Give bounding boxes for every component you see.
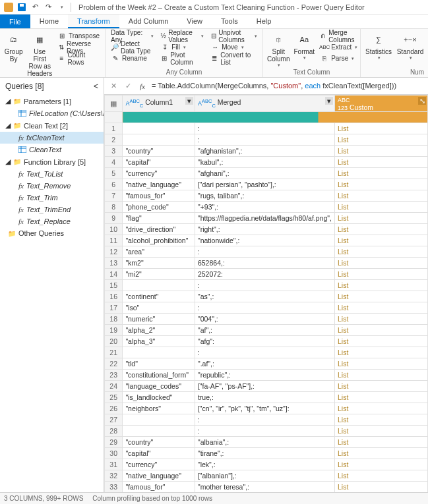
cell-column1[interactable]: "phone_code" bbox=[123, 202, 195, 213]
cell-merged[interactable]: ["cn", "ir", "pk", "tj", "tm", "uz"]: bbox=[195, 403, 334, 414]
table-row[interactable]: 31 "currency" "lek",: List bbox=[105, 459, 428, 470]
query-filelocation[interactable]: FileLocation (C:\Users\L... bbox=[0, 107, 104, 119]
rename-button[interactable]: ✎Rename bbox=[109, 53, 155, 64]
table-row[interactable]: 22 "tld" ".af",: List bbox=[105, 358, 428, 370]
cell-column1[interactable] bbox=[123, 414, 195, 426]
cell-merged[interactable]: : bbox=[195, 426, 334, 437]
table-row[interactable]: 4 "capital" "kabul",: List bbox=[105, 157, 428, 168]
cell-merged[interactable]: ["albanian"],: bbox=[195, 470, 334, 482]
cell-column1[interactable]: "alcohol_prohibition" bbox=[123, 235, 195, 246]
cell-custom[interactable]: List bbox=[334, 179, 427, 190]
table-row[interactable]: 5 "currency" "afghani",: List bbox=[105, 168, 428, 179]
formula-accept-icon[interactable]: ✓ bbox=[123, 81, 133, 92]
tab-view[interactable]: View bbox=[177, 14, 212, 28]
cell-merged[interactable]: true,: bbox=[195, 392, 334, 403]
table-row[interactable]: 20 "alpha_3" "afg": List bbox=[105, 336, 428, 347]
table-row[interactable]: 32 "native_language" ["albanian"],: List bbox=[105, 470, 428, 482]
split-column-button[interactable]: ⎅Split Column bbox=[267, 30, 290, 68]
convert-to-list-button[interactable]: ≣Convert to List bbox=[209, 53, 259, 64]
unpivot-columns-button[interactable]: ⊟Unpivot Columns bbox=[209, 30, 259, 42]
cell-custom[interactable]: List bbox=[334, 448, 427, 459]
cell-custom[interactable]: List bbox=[334, 291, 427, 302]
cell-column1[interactable]: "country" bbox=[123, 146, 195, 157]
cell-column1[interactable]: "capital" bbox=[123, 157, 195, 168]
cell-column1[interactable] bbox=[123, 134, 195, 146]
cell-merged[interactable]: "afghanistan",: bbox=[195, 146, 334, 157]
cell-custom[interactable]: List bbox=[334, 358, 427, 370]
cell-column1[interactable]: "numeric" bbox=[123, 314, 195, 325]
table-row[interactable]: 3 "country" "afghanistan",: List bbox=[105, 146, 428, 157]
cell-custom[interactable]: List bbox=[334, 470, 427, 482]
table-row[interactable]: 13 "km2" 652864,: List bbox=[105, 258, 428, 269]
cell-merged[interactable]: : bbox=[195, 347, 334, 358]
cell-merged[interactable]: "tirane",: bbox=[195, 448, 334, 459]
cell-merged[interactable]: : bbox=[195, 134, 334, 146]
query-text-tolist[interactable]: fxText_ToList bbox=[0, 168, 104, 180]
col-header-merged[interactable]: AABCC Merged▾ bbox=[195, 96, 334, 112]
cell-merged[interactable]: "afghani",: bbox=[195, 168, 334, 179]
table-row[interactable]: 2 : List bbox=[105, 134, 428, 146]
cell-merged[interactable]: "004",: bbox=[195, 314, 334, 325]
cell-custom[interactable]: List bbox=[334, 157, 427, 168]
cell-merged[interactable]: ["fa-AF", "ps-AF"],: bbox=[195, 381, 334, 392]
table-row[interactable]: 29 "country" "albania",: List bbox=[105, 437, 428, 448]
cell-custom[interactable]: List bbox=[334, 146, 427, 157]
cell-column1[interactable] bbox=[123, 280, 195, 291]
query-cleantext[interactable]: CleanText bbox=[0, 144, 104, 155]
statistics-button[interactable]: ∑Statistics bbox=[365, 30, 392, 61]
query-text-replace[interactable]: fxText_Replace bbox=[0, 215, 104, 227]
cell-merged[interactable]: "+93",: bbox=[195, 202, 334, 213]
table-row[interactable]: 26 "neighbors" ["cn", "ir", "pk", "tj", … bbox=[105, 403, 428, 414]
count-rows-button[interactable]: ≡Count Rows bbox=[56, 53, 101, 64]
detect-data-type-button[interactable]: 🔎Detect Data Type bbox=[109, 42, 155, 53]
tab-file[interactable]: File bbox=[0, 14, 30, 28]
cell-merged[interactable]: "albania",: bbox=[195, 437, 334, 448]
cell-custom[interactable]: List bbox=[334, 403, 427, 414]
cell-column1[interactable]: "currency" bbox=[123, 459, 195, 470]
table-row[interactable]: 9 "flag" "https://flagpedia.net/data/fla… bbox=[105, 213, 428, 224]
cell-custom[interactable]: List bbox=[334, 325, 427, 336]
cell-merged[interactable]: "rugs, taliban",: bbox=[195, 190, 334, 202]
cell-custom[interactable]: List bbox=[334, 269, 427, 280]
table-row[interactable]: 1 : List bbox=[105, 123, 428, 134]
formula-fx-icon[interactable]: fx bbox=[137, 81, 148, 92]
cell-column1[interactable]: "constitutional_form" bbox=[123, 370, 195, 381]
cell-column1[interactable] bbox=[123, 426, 195, 437]
extract-button[interactable]: ABCExtract bbox=[319, 42, 359, 53]
cell-column1[interactable]: "km2" bbox=[123, 258, 195, 269]
cell-column1[interactable]: "language_codes" bbox=[123, 381, 195, 392]
table-row[interactable]: 30 "capital" "tirane",: List bbox=[105, 448, 428, 459]
cell-column1[interactable]: "native_language" bbox=[123, 179, 195, 190]
cell-merged[interactable]: "republic",: bbox=[195, 370, 334, 381]
cell-column1[interactable]: "is_landlocked" bbox=[123, 392, 195, 403]
cell-merged[interactable]: "mother teresa",: bbox=[195, 482, 334, 493]
table-row[interactable]: 14 "mi2" 252072: List bbox=[105, 269, 428, 280]
query-text-trimend[interactable]: fxText_TrimEnd bbox=[0, 204, 104, 215]
table-row[interactable]: 7 "famous_for" "rugs, taliban",: List bbox=[105, 190, 428, 202]
cell-custom[interactable]: List bbox=[334, 459, 427, 470]
pivot-column-button[interactable]: ⊞Pivot Column bbox=[159, 53, 205, 64]
cell-merged[interactable]: "kabul",: bbox=[195, 157, 334, 168]
table-row[interactable]: 23 "constitutional_form" "republic",: Li… bbox=[105, 370, 428, 381]
data-grid[interactable]: ▦ AABCC Column1▾ AABCC Merged▾ ABC123 Cu… bbox=[104, 95, 428, 492]
cell-merged[interactable]: "nationwide",: bbox=[195, 235, 334, 246]
table-row[interactable]: 25 "is_landlocked" true,: List bbox=[105, 392, 428, 403]
col-header-custom[interactable]: ABC123 Custom⤡ bbox=[334, 96, 427, 112]
cell-merged[interactable]: 252072: bbox=[195, 269, 334, 280]
cell-custom[interactable]: List bbox=[334, 392, 427, 403]
cell-column1[interactable] bbox=[123, 347, 195, 358]
tab-tools[interactable]: Tools bbox=[212, 14, 247, 28]
table-row[interactable]: 6 "native_language" ["dari persian", "pa… bbox=[105, 179, 428, 190]
folder-clean-text[interactable]: ◢📁Clean Text [2] bbox=[0, 119, 104, 132]
table-row[interactable]: 12 "area" : List bbox=[105, 246, 428, 258]
col-filter-icon[interactable]: ▾ bbox=[185, 97, 193, 105]
cell-custom[interactable]: List bbox=[334, 134, 427, 146]
format-button[interactable]: AaFormat bbox=[293, 30, 315, 61]
table-row[interactable]: 27 : List bbox=[105, 414, 428, 426]
query-text-trim[interactable]: fxText_Trim bbox=[0, 192, 104, 204]
cell-merged[interactable]: : bbox=[195, 246, 334, 258]
cell-column1[interactable]: "neighbors" bbox=[123, 403, 195, 414]
cell-merged[interactable]: ".af",: bbox=[195, 358, 334, 370]
formula-cancel-icon[interactable]: ✕ bbox=[108, 81, 119, 92]
cell-custom[interactable]: List bbox=[334, 314, 427, 325]
